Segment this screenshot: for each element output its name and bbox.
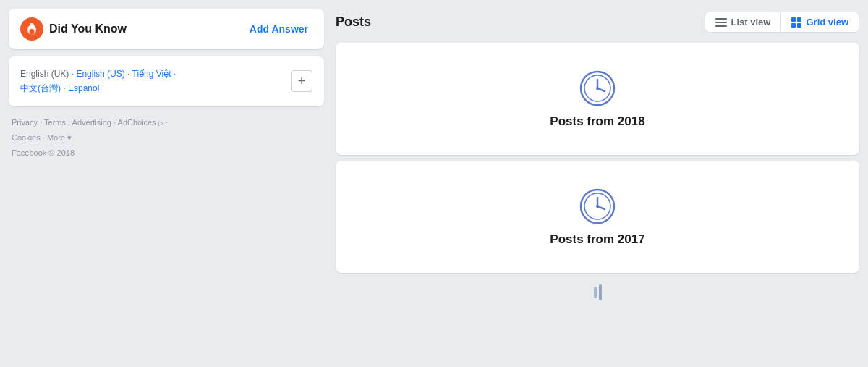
svg-rect-10 bbox=[797, 23, 801, 28]
footer-terms-link[interactable]: Terms bbox=[44, 118, 66, 127]
page-title: Posts bbox=[336, 14, 371, 30]
footer-advertising-link[interactable]: Advertising bbox=[72, 118, 111, 127]
svg-point-3 bbox=[30, 23, 34, 28]
add-answer-button[interactable]: Add Answer bbox=[245, 20, 312, 38]
grid-view-icon bbox=[791, 17, 801, 28]
lang-tieng-viet[interactable]: Tiếng Việt bbox=[132, 69, 171, 79]
footer-more-link[interactable]: More bbox=[47, 133, 65, 142]
svg-point-20 bbox=[596, 205, 599, 208]
svg-rect-8 bbox=[797, 17, 801, 22]
svg-rect-4 bbox=[715, 18, 727, 20]
sidebar: Did You Know Add Answer English (UK) · E… bbox=[0, 0, 333, 367]
lang-chinese-taiwan[interactable]: 中文(台灣) bbox=[20, 83, 61, 93]
list-view-icon bbox=[715, 18, 727, 27]
list-view-button[interactable]: List view bbox=[705, 12, 781, 33]
clock-icon-2018 bbox=[579, 69, 616, 107]
svg-rect-6 bbox=[715, 25, 727, 27]
language-links: English (UK) · English (US) · Tiếng Việt… bbox=[20, 67, 284, 96]
did-you-know-left: Did You Know bbox=[20, 17, 127, 41]
post-label-2018: Posts from 2018 bbox=[550, 114, 644, 129]
loading-bar-1 bbox=[594, 287, 597, 298]
grid-view-button[interactable]: Grid view bbox=[780, 12, 859, 33]
post-card-2018: Posts from 2018 bbox=[336, 43, 859, 155]
footer-links: Privacy · Terms · Advertising · AdChoice… bbox=[9, 115, 324, 161]
facebook-copyright: Facebook © 2018 bbox=[12, 148, 75, 157]
svg-point-2 bbox=[30, 29, 35, 35]
post-label-2017: Posts from 2017 bbox=[550, 232, 644, 247]
main-header: Posts List view bbox=[336, 9, 859, 35]
view-toggle: List view Grid view bbox=[705, 12, 859, 33]
main-content: Posts List view bbox=[333, 0, 868, 367]
footer-privacy-link[interactable]: Privacy bbox=[12, 118, 38, 127]
loading-bar-2 bbox=[599, 284, 602, 300]
did-you-know-icon bbox=[20, 17, 43, 41]
language-card: English (UK) · English (US) · Tiếng Việt… bbox=[9, 56, 324, 106]
lang-english-uk: English (UK) bbox=[20, 69, 69, 79]
footer-adchoices-link[interactable]: AdChoices ▷ bbox=[118, 118, 163, 127]
posts-list: Posts from 2018 Posts from 2017 bbox=[336, 43, 859, 273]
add-language-button[interactable]: + bbox=[291, 70, 312, 92]
svg-rect-5 bbox=[715, 22, 727, 23]
lang-espanol[interactable]: Español bbox=[68, 83, 99, 93]
loading-indicator bbox=[336, 273, 859, 312]
clock-icon-2017 bbox=[579, 187, 616, 225]
did-you-know-card: Did You Know Add Answer bbox=[9, 9, 324, 49]
did-you-know-title: Did You Know bbox=[49, 22, 127, 35]
lang-english-us[interactable]: English (US) bbox=[76, 69, 124, 79]
footer-cookies-link[interactable]: Cookies bbox=[12, 133, 41, 142]
svg-rect-9 bbox=[791, 23, 796, 28]
svg-rect-7 bbox=[791, 17, 796, 22]
post-card-2017: Posts from 2017 bbox=[336, 161, 859, 273]
svg-point-15 bbox=[596, 87, 599, 90]
adchoices-icon: ▷ bbox=[158, 119, 163, 126]
